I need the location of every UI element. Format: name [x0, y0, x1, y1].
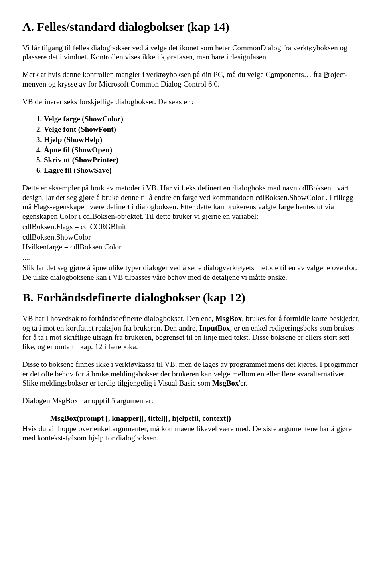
- list-item: Hjelp (ShowHelp): [44, 135, 361, 145]
- code-line-2: cdlBoksen.ShowColor: [22, 232, 361, 242]
- list-item: Skriv ut (ShowPrinter): [44, 155, 361, 165]
- code-line-4: ....: [22, 253, 361, 262]
- section-a-para1: Vi får tilgang til felles dialogbokser v…: [22, 43, 361, 62]
- section-a-para2: Merk at hvis denne kontrollen mangler i …: [22, 70, 361, 89]
- section-a-para3: VB definerer seks forskjellige dialogbok…: [22, 97, 361, 107]
- section-a-heading: A. Felles/standard dialogbokser (kap 14): [22, 19, 361, 34]
- b-p1-a: VB har i hovedsak to forhåndsdefinerte d…: [22, 314, 215, 323]
- section-b-heading: B. Forhåndsdefinerte dialogbokser (kap 1…: [22, 290, 361, 305]
- b-p2-a: Disse to boksene finnes ikke i verktøyka…: [22, 360, 358, 388]
- para2-underline-o: o: [270, 70, 274, 79]
- code-line-3: Hvilkenfarge = cdlBoksen.Color: [22, 242, 361, 252]
- section-b-para1: VB har i hovedsak to forhåndsdefinerte d…: [22, 314, 361, 352]
- para2-underline-p: P: [324, 70, 328, 79]
- list-item: Velge font (ShowFont): [44, 125, 361, 134]
- para2-part-b: mponents… fra: [274, 70, 324, 79]
- msgbox-syntax: MsgBox(prompt [, knapper][, tittel][, hj…: [50, 414, 361, 423]
- dialog-list: Velge farge (ShowColor) Velge font (Show…: [22, 114, 361, 175]
- list-item: Velge farge (ShowColor): [44, 114, 361, 124]
- b-p2-bold: MsgBox: [212, 379, 239, 387]
- code-line-1: cdlBoksen.Flags = cdlCCRGBInit: [22, 222, 361, 232]
- b-p1-bold2: InputBox: [199, 324, 230, 332]
- para2-part-a: Merk at hvis denne kontrollen mangler i …: [22, 70, 270, 79]
- section-b-para3: Dialogen MsgBox har opptil 5 argumenter:: [22, 396, 361, 406]
- list-item: Lagre fil (ShowSave): [44, 166, 361, 175]
- list-item: Åpne fil (ShowOpen): [44, 145, 361, 155]
- section-a-para5: Slik lar det seg gjøre å åpne ulike type…: [22, 263, 361, 282]
- section-a-para4a: Dette er eksempler på bruk av metoder i …: [22, 183, 361, 221]
- b-p1-bold1: MsgBox: [215, 314, 242, 323]
- b-p2-c: 'er.: [239, 379, 248, 387]
- section-b-para2: Disse to boksene finnes ikke i verktøyka…: [22, 360, 361, 388]
- section-b-para4: Hvis du vil hoppe over enkeltargumenter,…: [22, 424, 361, 443]
